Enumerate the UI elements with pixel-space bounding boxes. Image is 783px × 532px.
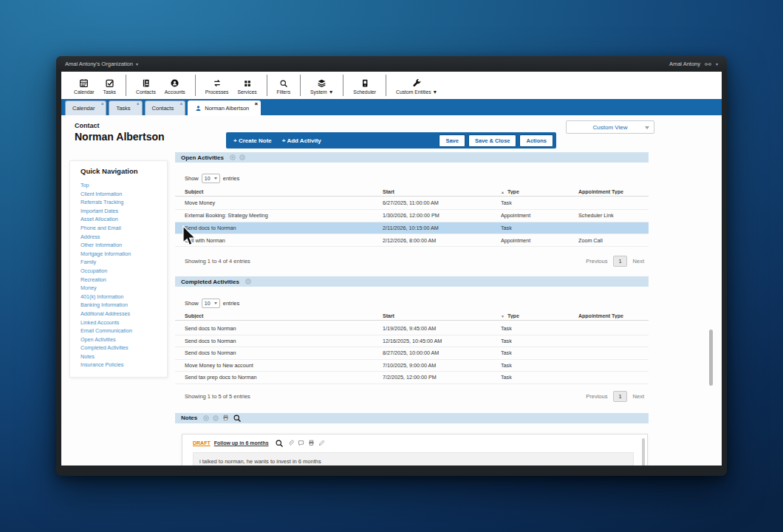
quick-navigation-link[interactable]: Open Activities	[81, 335, 167, 344]
column-header-start[interactable]: Start	[383, 189, 501, 194]
actions-button[interactable]: Actions	[519, 134, 553, 147]
tab[interactable]: Tasks ×	[109, 100, 142, 115]
quick-navigation-link[interactable]: Banking Information	[81, 301, 167, 310]
page-size-select[interactable]: 10	[202, 174, 220, 183]
next-button[interactable]: Next	[633, 258, 644, 265]
note-title-link[interactable]: Follow up in 6 months	[214, 440, 269, 446]
page-title: Norman Albertson	[75, 131, 165, 143]
search-icon[interactable]	[275, 439, 284, 448]
completed-activities-show-row: Show 10 entries	[175, 298, 649, 309]
cell-start: 6/27/2025, 11:00:00 AM	[383, 200, 501, 206]
table-row[interactable]: Send docs to Norman 12/16/2025, 10:45:00…	[175, 335, 649, 348]
quick-navigation-link[interactable]: Asset Allocation	[81, 215, 167, 224]
close-icon[interactable]: ×	[255, 101, 259, 106]
custom-view-dropdown[interactable]: Custom View	[566, 120, 654, 134]
quick-navigation-link[interactable]: Insurance Policies	[81, 361, 167, 369]
quick-navigation-link[interactable]: Money	[81, 284, 167, 293]
quick-navigation-link[interactable]: Address	[81, 233, 167, 242]
printer-icon[interactable]	[222, 415, 229, 421]
cell-subject: Send tax prep docs to Norman	[185, 374, 383, 381]
save-button[interactable]: Save	[439, 134, 465, 147]
quick-navigation-link[interactable]: Recreation	[81, 276, 167, 284]
table-row[interactable]: Move Money 6/27/2025, 11:00:00 AM Task	[175, 197, 649, 210]
tab[interactable]: Norman Albertson ×	[188, 100, 261, 115]
column-header-subject[interactable]: Subject	[185, 189, 383, 194]
quick-navigation-link[interactable]: Notes	[81, 352, 167, 361]
toolbar-item[interactable]: Custom Entities ▼	[392, 72, 442, 99]
table-row[interactable]: Move Money to New account 7/10/2025, 9:0…	[175, 360, 649, 372]
column-header-subject[interactable]: Subject	[185, 313, 383, 318]
quick-navigation-link[interactable]: 401(k) Information	[81, 293, 167, 301]
quick-navigation-link[interactable]: Occupation	[81, 267, 167, 276]
previous-button[interactable]: Previous	[586, 393, 607, 400]
add-activity-button[interactable]: + Add Activity	[282, 137, 321, 144]
column-header-appointment-type[interactable]: Appointment Type	[578, 313, 649, 318]
open-activities-title: Open Activities	[181, 154, 224, 161]
quick-navigation-link[interactable]: Other Information	[81, 241, 167, 250]
close-icon[interactable]: ×	[101, 101, 104, 106]
toolbar-item[interactable]: Tasks	[99, 72, 120, 99]
column-header-start[interactable]: Start	[383, 313, 501, 318]
entries-summary: Showing 1 to 4 of 4 entries	[185, 258, 250, 265]
add-circle-icon[interactable]	[230, 154, 236, 160]
cell-type: Task	[501, 225, 578, 231]
quick-navigation-link[interactable]: Linked Accounts	[81, 318, 167, 327]
toolbar-item[interactable]: Processes	[201, 72, 233, 99]
search-icon[interactable]	[233, 414, 242, 423]
close-icon[interactable]: ×	[179, 101, 182, 106]
refresh-circle-icon[interactable]	[239, 154, 245, 160]
page-size-select[interactable]: 10	[202, 299, 220, 308]
quick-navigation-link[interactable]: Completed Activities	[81, 344, 167, 352]
quick-navigation-link[interactable]: Email Communication	[81, 327, 167, 335]
quick-navigation-list: Top Client Information Referrals Trackin…	[81, 181, 167, 369]
previous-button[interactable]: Previous	[586, 258, 607, 265]
cell-type: Task	[501, 349, 578, 356]
table-row[interactable]: External Booking: Strategy Meeting 1/30/…	[175, 210, 649, 222]
toolbar-item[interactable]: Accounts	[160, 72, 190, 99]
add-circle-icon[interactable]	[203, 415, 209, 421]
user-menu[interactable]: Amal Antony ▾	[669, 61, 718, 67]
create-note-button[interactable]: + Create Note	[233, 137, 272, 144]
note-scrollbar[interactable]	[642, 438, 645, 466]
pencil-icon[interactable]	[318, 440, 325, 446]
quick-navigation-link[interactable]: Mortgage Information	[81, 250, 167, 259]
table-row[interactable]: Send docs to Norman 2/11/2026, 10:15:00 …	[175, 222, 649, 235]
table-row[interactable]: Send tax prep docs to Norman 7/2/2025, 1…	[175, 372, 649, 384]
tab-label: Norman Albertson	[205, 105, 249, 112]
cell-subject: Send docs to Norman	[185, 325, 383, 332]
column-header-type[interactable]: ▲Type	[501, 189, 578, 194]
vertical-scrollbar[interactable]	[709, 330, 713, 386]
refresh-circle-icon[interactable]	[245, 279, 251, 284]
table-row[interactable]: Send docs to Norman 1/19/2026, 9:45:00 A…	[175, 323, 649, 335]
toolbar-item[interactable]: Calendar	[69, 72, 99, 99]
table-row[interactable]: Send docs to Norman 8/27/2025, 10:00:00 …	[175, 347, 649, 360]
quick-navigation-link[interactable]: Top	[81, 181, 167, 190]
quick-navigation-link[interactable]: Referrals Tracking	[81, 198, 167, 207]
open-activities-header-icons	[226, 154, 245, 160]
toolbar-item[interactable]: System ▼	[306, 72, 338, 99]
tab[interactable]: Calendar ×	[65, 100, 106, 115]
quick-navigation-link[interactable]: Phone and Email	[81, 224, 167, 233]
refresh-circle-icon[interactable]	[213, 415, 219, 421]
table-row[interactable]: Call with Norman 2/12/2026, 8:00:00 AM A…	[175, 234, 649, 247]
quick-navigation-link[interactable]: Family	[81, 258, 167, 267]
page-number-button[interactable]: 1	[613, 256, 626, 267]
comment-icon[interactable]	[298, 440, 304, 446]
next-button[interactable]: Next	[633, 393, 644, 400]
tab[interactable]: Contacts ×	[145, 100, 186, 115]
page-number-button[interactable]: 1	[613, 391, 626, 402]
quick-navigation-link[interactable]: Client Information	[81, 190, 167, 199]
quick-navigation-link[interactable]: Important Dates	[81, 207, 167, 216]
column-header-appointment-type[interactable]: Appointment Type	[578, 189, 649, 194]
toolbar-item[interactable]: Services	[233, 72, 261, 99]
toolbar-item[interactable]: Filters	[273, 72, 295, 99]
toolbar-item[interactable]: Contacts	[131, 72, 160, 99]
quick-navigation-link[interactable]: Additional Addresses	[81, 310, 167, 318]
column-header-type[interactable]: ▼Type	[501, 313, 578, 318]
save-close-button[interactable]: Save & Close	[468, 134, 517, 147]
printer-icon[interactable]	[308, 440, 315, 446]
organization-menu[interactable]: Amal Antony's Organization ▾	[65, 61, 138, 67]
toolbar-item[interactable]: Scheduler	[349, 72, 380, 99]
close-icon[interactable]: ×	[137, 101, 140, 106]
paperclip-icon[interactable]	[287, 440, 294, 446]
